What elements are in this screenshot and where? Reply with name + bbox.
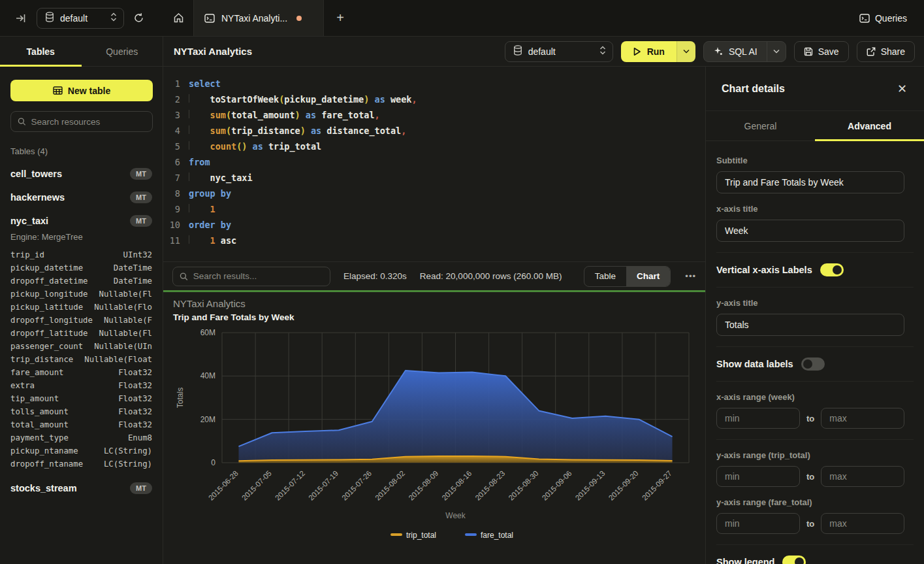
subtitle-input[interactable] [716,171,904,193]
svg-text:2015-06-28: 2015-06-28 [207,469,240,502]
query-main: 1select2toStartOfWeek(pickup_datetime) a… [163,67,705,564]
results-search[interactable] [172,267,330,286]
svg-text:2015-07-05: 2015-07-05 [240,469,273,502]
code-line[interactable]: 91 [163,201,705,217]
column-row: payment_typeEnum8 [10,431,152,444]
sidebar-tab-queries[interactable]: Queries [82,37,163,66]
sidebar-tab-tables[interactable]: Tables [0,37,82,66]
code-line[interactable]: 1select [163,76,705,91]
tab-general[interactable]: General [706,111,815,141]
queries-button[interactable]: Queries [875,13,907,24]
code-line[interactable]: 3sum(total_amount) as fare_total, [163,107,705,123]
divider [716,439,914,440]
sql-ai-button[interactable]: SQL AI [704,42,767,61]
results-search-input[interactable] [193,271,323,281]
query-database-selector[interactable]: default [505,41,613,62]
vertical-labels-label: Vertical x-axis Labels [716,265,812,275]
run-options-chevron[interactable] [677,41,695,62]
engine-badge: MT [130,215,152,227]
close-icon[interactable]: ✕ [897,82,907,96]
column-type: Nullable(UIn [94,340,152,353]
code-line[interactable]: 5count() as trip_total [163,139,705,154]
save-button[interactable]: Save [794,41,849,62]
table-list-item[interactable]: hackernewsMT [10,191,152,203]
table-list-item[interactable]: cell_towersMT [10,168,152,180]
column-type: DateTime [114,274,152,288]
x-range-max-input[interactable] [821,408,904,429]
divider [716,287,914,288]
svg-text:2015-09-06: 2015-09-06 [541,469,573,502]
column-name: dropoff_longitude [10,314,93,327]
column-type: Nullable(Fl [99,327,152,340]
table-list-item[interactable]: stocks_streamMT [10,482,152,494]
code-line[interactable]: 7nyc_taxi [163,170,705,186]
show-legend-toggle[interactable] [782,556,806,564]
collapse-sidebar-icon[interactable] [16,13,26,24]
sidebar-search[interactable] [10,111,153,132]
column-name: dropoff_datetime [10,274,88,288]
code-line[interactable]: 2toStartOfWeek(pickup_datetime) as week, [163,91,705,107]
show-legend-row: Show legend [716,556,914,564]
save-label: Save [818,46,839,57]
subtitle-field-label: Subtitle [716,156,914,165]
results-bar: Elapsed: 0.320s Read: 20,000,000 rows (2… [163,261,705,290]
y-axis-title-input[interactable] [716,314,904,336]
details-tabs: General Advanced [706,111,924,141]
svg-text:Week: Week [445,511,466,520]
toolbar-actions: default Run [505,41,915,62]
to-label: to [806,472,814,482]
share-icon [867,47,876,56]
column-name: fare_amount [10,366,63,379]
column-row: tip_amountFloat32 [10,392,152,405]
sql-ai-chevron[interactable] [767,42,786,61]
show-data-labels-toggle[interactable] [801,357,825,371]
line-number: 8 [163,186,180,201]
code-line[interactable]: 10order by [163,217,705,233]
tab-advanced[interactable]: Advanced [815,111,924,141]
code-line[interactable]: 8group by [163,186,705,201]
code-line[interactable]: 111 asc [163,233,705,248]
column-row: dropoff_latitudeNullable(Fl [10,327,152,340]
details-header: Chart details ✕ [706,67,924,111]
table-list-item[interactable]: nyc_taxiMT [10,215,152,227]
column-row: total_amountFloat32 [10,418,152,431]
column-row: trip_distanceNullable(Float [10,353,152,366]
chart-subtitle: Trip and Fare Totals by Week [163,312,705,322]
y-range-fare-min-input[interactable] [716,513,800,534]
new-table-button[interactable]: New table [10,80,153,101]
view-toggle-chart[interactable]: Chart [626,267,670,286]
database-selector[interactable]: default [37,8,124,29]
y-range-fare-max-input[interactable] [821,513,904,534]
y-range-trip-max-input[interactable] [821,466,904,487]
vertical-labels-toggle[interactable] [820,263,844,276]
more-options-icon[interactable]: ••• [685,271,696,281]
x-axis-title-input[interactable] [716,220,904,242]
code-line[interactable]: 6from [163,154,705,170]
home-tab[interactable] [163,0,193,36]
y-range-fare-label: y-axis range (fare_total) [716,497,914,507]
show-data-labels-row: Show data labels [716,357,914,371]
area-chart[interactable]: 020M40M60M 2015-06-282015-07-052015-07-1… [163,325,705,549]
y-range-trip-label: y-axis range (trip_total) [716,450,914,460]
sidebar-body: New table Tables (4) cell_towersMThacker… [0,67,163,494]
view-toggle-table[interactable]: Table [584,267,626,286]
run-button[interactable]: Run [621,41,677,62]
sidebar-search-input[interactable] [31,117,146,127]
column-type: Nullable(Flo [94,301,152,314]
indent-guide [189,141,210,150]
database-icon [513,45,522,58]
column-row: trip_idUInt32 [10,248,152,261]
share-button[interactable]: Share [857,41,915,62]
svg-text:2015-09-20: 2015-09-20 [607,469,640,502]
new-tab-button[interactable]: + [324,0,357,36]
sql-ai-button-group: SQL AI [703,41,786,62]
line-number: 2 [163,91,180,107]
sql-editor[interactable]: 1select2toStartOfWeek(pickup_datetime) a… [163,67,705,261]
toggle-knob [803,359,812,369]
x-range-min-input[interactable] [716,408,800,429]
code-line[interactable]: 4sum(trip_distance) as distance_total, [163,123,705,139]
y-range-trip-min-input[interactable] [716,466,800,487]
table-name: hackernews [10,192,65,203]
refresh-icon[interactable] [133,12,144,24]
tab-nytaxi-analytics[interactable]: NYTaxi Analyti... [193,0,324,36]
